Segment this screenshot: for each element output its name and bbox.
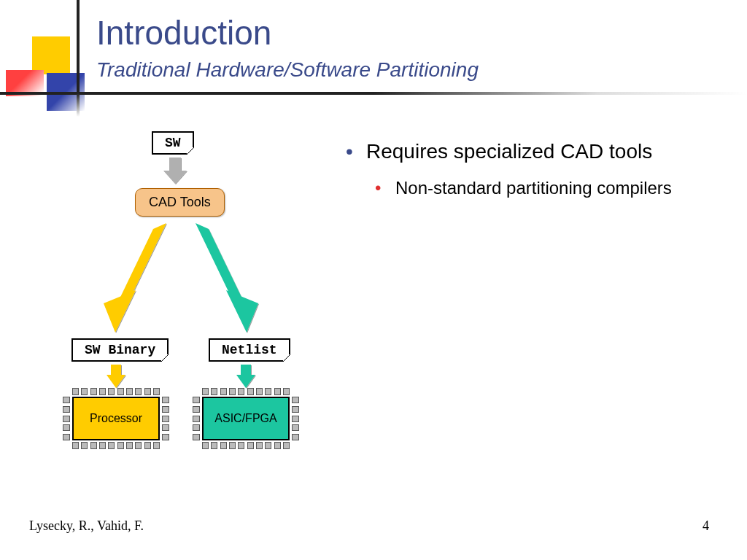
svg-marker-7 xyxy=(107,375,125,388)
node-sw-binary: SW Binary xyxy=(71,338,169,362)
svg-marker-1 xyxy=(163,171,187,184)
chip-pins-bottom xyxy=(202,442,290,449)
arrow-down-teal-icon xyxy=(236,365,255,388)
chip-asic-fpga: ASIC/FPGA xyxy=(191,388,301,449)
header-vertical-rule xyxy=(77,0,80,117)
svg-marker-9 xyxy=(236,375,255,388)
svg-marker-5 xyxy=(226,290,258,332)
footer-page-number: 4 xyxy=(703,518,709,534)
decor-yellow-square xyxy=(32,36,70,74)
chip-pins-bottom xyxy=(72,442,160,449)
header-horizontal-rule xyxy=(0,92,747,95)
svg-rect-8 xyxy=(241,365,251,375)
slide-title: Introduction xyxy=(96,13,479,52)
chip-processor-label: Processor xyxy=(72,397,160,440)
svg-rect-6 xyxy=(111,365,121,375)
flow-diagram: SW CAD Tools SW Binary Netlist Processor… xyxy=(44,128,321,464)
bullet-list: Requires specialized CAD tools Non-stand… xyxy=(346,139,711,199)
chip-pins-left xyxy=(63,397,70,440)
chip-pins-left xyxy=(193,397,200,440)
footer-authors: Lysecky, R., Vahid, F. xyxy=(29,518,144,534)
slide: Introduction Traditional Hardware/Softwa… xyxy=(0,0,747,560)
node-netlist: Netlist xyxy=(209,338,290,362)
bullet-level2: Non-standard partitioning compilers xyxy=(375,177,711,199)
arrow-diagonal-teal-icon xyxy=(196,223,258,332)
svg-marker-3 xyxy=(104,290,136,332)
header: Introduction Traditional Hardware/Softwa… xyxy=(96,13,479,82)
chip-pins-top xyxy=(72,388,160,395)
arrow-down-yellow-icon xyxy=(107,365,125,388)
arrow-diagonal-yellow-icon xyxy=(104,223,166,332)
bullet-level1: Requires specialized CAD tools xyxy=(346,139,711,164)
arrow-down-gray-icon xyxy=(163,158,187,184)
node-cad-tools: CAD Tools xyxy=(135,188,225,217)
chip-pins-top xyxy=(202,388,290,395)
slide-subtitle: Traditional Hardware/Software Partitioni… xyxy=(96,58,479,82)
chip-processor: Processor xyxy=(61,388,171,449)
chip-asic-fpga-label: ASIC/FPGA xyxy=(202,397,290,440)
node-sw: SW xyxy=(152,131,194,155)
chip-pins-right xyxy=(162,397,169,440)
svg-rect-0 xyxy=(169,158,181,171)
chip-pins-right xyxy=(292,397,299,440)
